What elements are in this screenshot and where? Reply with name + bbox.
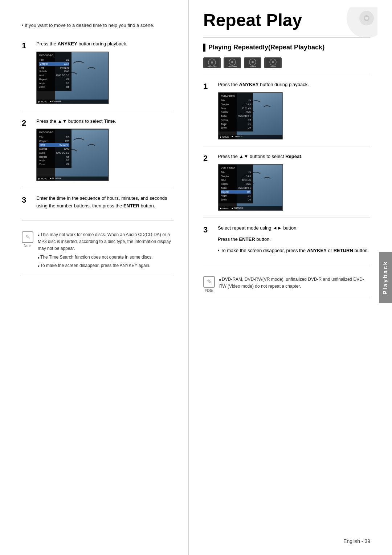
- osd-row-time: Time00:01:45: [39, 66, 69, 70]
- right-step-3: 3 Select repeat mode using ◄► button. Pr…: [203, 224, 370, 265]
- right-column: Repeat Play Playing Repeatedly(Repeat Pl…: [189, 0, 392, 555]
- right-step-3-return: RETURN: [334, 248, 353, 253]
- step-2-content: Press the ▲▼ buttons to select Time. DVD…: [36, 118, 174, 182]
- left-step-2: 2 Press the ▲▼ buttons to select Time.: [22, 118, 174, 189]
- osd-right-1: DVD-VIDEO Title1/9 Chapter1/83 Time00:01…: [219, 93, 253, 132]
- note-icon: ✎: [22, 231, 33, 243]
- step-1-number: 1: [22, 41, 33, 50]
- osd-r2-repeat: RepeatOff: [221, 190, 251, 194]
- osd-r1-subtitle: SubtitleENG: [221, 110, 251, 114]
- osd-r2-title-row: Title1/9: [221, 171, 251, 174]
- osd-r1-audio: AudioENG DD 5.1: [221, 114, 251, 118]
- right-step-3-line1: Select repeat mode using ◄► button.: [218, 224, 370, 232]
- osd-right-2: DVD-VIDEO Title1/9 Chapter1/83 Time00:01…: [219, 165, 253, 203]
- right-step-3-bullet: • To make the screen disappear, press th…: [218, 247, 370, 255]
- right-step-2-content: Press the ▲▼ buttons to select Repeat. D…: [218, 153, 370, 211]
- right-step-1: 1 Press the ANYKEY button during playbac…: [203, 81, 370, 146]
- osd-row-subtitle: SubtitleENG: [39, 70, 69, 73]
- svg-point-3: [365, 17, 368, 20]
- osd-r1-change: ■ CHANGE: [232, 135, 243, 138]
- right-step-2-text: Press the ▲▼ buttons to select Repeat.: [218, 153, 370, 161]
- osd-change: ■ CHANGE: [50, 100, 61, 103]
- svg-text:DVD-RAM: DVD-RAM: [228, 65, 237, 68]
- dvd-video-icon: DVD-VIDEO: [203, 57, 221, 68]
- osd-number: ■ NUMBER: [50, 177, 61, 180]
- osd-r2-audio: AudioENG DD 5.1: [221, 186, 251, 190]
- format-separator: [203, 75, 370, 75]
- screen-mockup-left-2: DVD-VIDEO Title1/9 Chapter1/83 Time00:01…: [36, 129, 109, 181]
- note-label-right: Note: [205, 288, 213, 292]
- right-step-1-number: 1: [203, 82, 214, 91]
- svg-text:DVD-VIDEO: DVD-VIDEO: [207, 65, 217, 67]
- note-right-item-1: DVD-RAM, DVD-RW(VR mode), unfinalized DV…: [219, 276, 370, 290]
- osd-r1-zoom: ZoomOff: [221, 126, 251, 130]
- osd-r2-move: ▶ MOVE: [220, 207, 229, 210]
- osd-row-angle: Angle1/1: [39, 82, 69, 85]
- osd2-row-angle: Angle1/1: [39, 159, 69, 162]
- svg-point-10: [231, 61, 233, 63]
- osd2-row-subtitle: SubtitleENG: [39, 147, 69, 151]
- osd2-row-title: Title1/9: [39, 135, 69, 139]
- note-block-right: ✎ Note DVD-RAM, DVD-RW(VR mode), unfinal…: [203, 272, 370, 297]
- osd-row-title: Title1/9: [39, 58, 69, 62]
- dvd-ram-icon: DVD-RAM: [224, 57, 241, 68]
- step-3-number: 3: [22, 195, 33, 205]
- right-step-3-number: 3: [203, 225, 214, 235]
- osd-move-2: ▶ MOVE: [38, 177, 47, 180]
- osd-r1-repeat: RepeatOff: [221, 118, 251, 122]
- svg-point-14: [252, 61, 254, 63]
- step-1-content: Press the ANYKEY button during playback.…: [36, 40, 174, 104]
- right-step-3-enter: ENTER: [239, 236, 255, 242]
- right-header: Repeat Play: [203, 11, 370, 30]
- step-1-text: Press the ANYKEY button during playback.: [36, 40, 174, 48]
- right-step-2-number: 2: [203, 154, 214, 163]
- svg-text:DVD-RW: DVD-RW: [249, 65, 257, 68]
- osd2-row-zoom: ZoomOff: [39, 163, 69, 166]
- side-tab: Playback: [379, 252, 392, 303]
- note-block-left: ✎ Note This may not work for some discs.…: [22, 227, 174, 275]
- intro-text: • If you want to move to a desired time …: [22, 22, 174, 29]
- dvd-r-icon: DVD-R: [264, 57, 282, 68]
- osd-r2-chapter: Chapter1/83: [221, 175, 251, 178]
- osd-bottom-r1: ▶ MOVE ■ CHANGE: [219, 135, 282, 139]
- note-icon-right: ✎: [203, 276, 215, 288]
- osd-bottom-2: ▶ MOVE ■ NUMBER: [37, 177, 108, 181]
- note-text-right: DVD-RAM, DVD-RW(VR mode), unfinalized DV…: [219, 276, 370, 291]
- step-3-enter: ENTER: [123, 203, 139, 208]
- osd-title: DVD-VIDEO: [39, 54, 69, 58]
- step-2-number: 2: [22, 118, 33, 128]
- step-3-text: Enter the time in the sequence of hours,…: [36, 195, 174, 210]
- format-icons: DVD-VIDEO DVD-RAM DVD-RW: [203, 57, 370, 68]
- osd2-row-chapter: Chapter1/83: [39, 139, 69, 143]
- disc-decoration: [341, 7, 377, 45]
- left-column: • If you want to move to a desired time …: [0, 0, 189, 555]
- osd-row-audio: AudioENG DD 5.1: [39, 74, 69, 77]
- right-step-1-anykey: ANYKEY: [239, 82, 259, 87]
- note-item-3: To make the screen disappear, press the …: [38, 262, 174, 269]
- osd-r1-title-row: Title1/9: [221, 99, 251, 102]
- osd-r2-change: ■ CHANGE: [232, 207, 243, 210]
- osd-r2-zoom: ZoomOff: [221, 198, 251, 202]
- left-step-1: 1 Press the ANYKEY button during playbac…: [22, 40, 174, 111]
- right-step-2: 2 Press the ▲▼ buttons to select Repeat.: [203, 153, 370, 218]
- note-item-1: This may not work for some discs. When a…: [38, 231, 174, 252]
- osd-r2-time: Time00:01:45: [221, 178, 251, 182]
- osd-bottom-1: ▶ MOVE ■ CHANGE: [37, 100, 108, 104]
- left-step-3: 3 Enter the time in the sequence of hour…: [22, 195, 174, 220]
- right-step-1-text: Press the ANYKEY button during playback.: [218, 81, 370, 89]
- osd-r2-subtitle: SubtitleENG: [221, 182, 251, 186]
- step-2-text: Press the ▲▼ buttons to select Time.: [36, 118, 174, 125]
- osd-r2-angle: Angle1/1: [221, 194, 251, 198]
- right-step-3-anykey: ANYKEY: [307, 248, 327, 253]
- osd-bottom-r2: ▶ MOVE ■ CHANGE: [219, 206, 282, 210]
- svg-text:DVD-R: DVD-R: [270, 65, 276, 68]
- osd-r1-chapter: Chapter1/83: [221, 103, 251, 106]
- osd2-row-repeat: RepeatOff: [39, 155, 69, 159]
- title-area: Repeat Play: [203, 11, 370, 30]
- right-step-3-line2: Press the ENTER button.: [218, 236, 370, 243]
- osd-row-chapter: Chapter1/83: [39, 62, 69, 66]
- osd-r1-move: ▶ MOVE: [220, 135, 229, 138]
- note-item-2: The Time Search function does not operat…: [38, 254, 174, 261]
- osd-r2-title: DVD-VIDEO: [221, 166, 251, 170]
- svg-point-6: [211, 61, 213, 64]
